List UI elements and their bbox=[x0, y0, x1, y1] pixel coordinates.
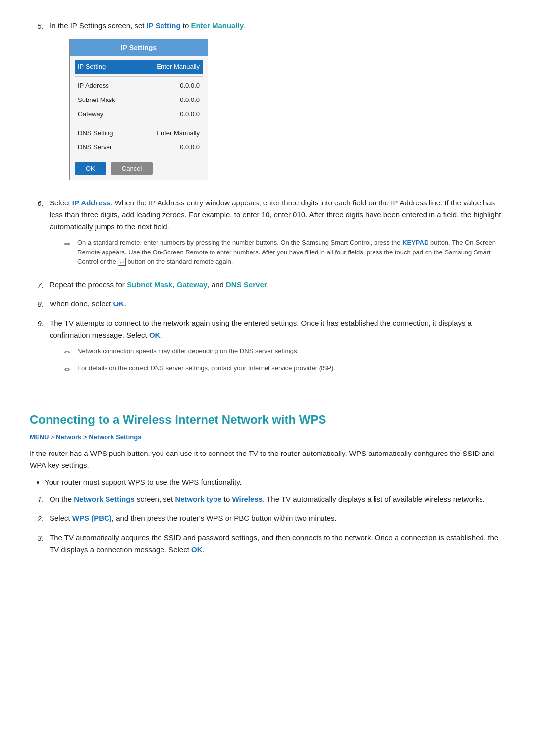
ip-row-address: IP Address 0.0.0.0 bbox=[75, 79, 203, 93]
ip-dns-setting-value: Enter Manually bbox=[157, 128, 200, 139]
wps-step-3: 3. The TV automatically acquires the SSI… bbox=[30, 532, 505, 555]
breadcrumb-menu: MENU bbox=[30, 433, 49, 441]
step-8: 8. When done, select OK. bbox=[30, 298, 505, 310]
wps-bullet-1: Your router must support WPS to use the … bbox=[45, 476, 505, 488]
ip-setting-label: IP Setting bbox=[78, 62, 106, 72]
wps-bullets: Your router must support WPS to use the … bbox=[45, 476, 505, 488]
ip-settings-dialog: IP Settings IP Setting Enter Manually IP… bbox=[69, 39, 208, 180]
step-7-content: Repeat the process for Subnet Mask, Gate… bbox=[50, 279, 505, 291]
gateway-link: Gateway bbox=[177, 280, 208, 289]
ip-address-value: 0.0.0.0 bbox=[180, 81, 200, 91]
wps-step-2: 2. Select WPS (PBC), and then press the … bbox=[30, 512, 505, 525]
step-9-note-2-text: For details on the correct DNS server se… bbox=[77, 363, 505, 376]
step-8-content: When done, select OK. bbox=[50, 298, 505, 310]
pencil-icon-1: ✏ bbox=[64, 347, 73, 358]
network-type-link: Network type bbox=[175, 495, 221, 503]
enter-manually-link: Enter Manually bbox=[191, 21, 244, 30]
breadcrumb-sep2: > bbox=[81, 433, 89, 441]
ip-subnet-label: Subnet Mask bbox=[78, 95, 115, 105]
ip-row-dns-server: DNS Server 0.0.0.0 bbox=[75, 140, 203, 154]
step-6-note: ✏ On a standard remote, enter numbers by… bbox=[64, 238, 505, 267]
step-5: 5. In the IP Settings screen, set IP Set… bbox=[30, 20, 505, 190]
ip-buttons: OK Cancel bbox=[70, 159, 208, 180]
ip-address-label: IP Address bbox=[78, 81, 109, 91]
step-7-number: 7. bbox=[30, 279, 44, 291]
ip-subnet-value: 0.0.0.0 bbox=[180, 95, 200, 105]
step-6-text: Select bbox=[50, 199, 72, 207]
ip-gateway-label: Gateway bbox=[78, 109, 103, 120]
wps-step-1-content: On the Network Settings screen, set Netw… bbox=[50, 493, 505, 505]
breadcrumb-sep1: > bbox=[49, 433, 56, 441]
step-9-notes: ✏ Network connection speeds may differ d… bbox=[64, 346, 505, 376]
cancel-button[interactable]: Cancel bbox=[111, 162, 153, 175]
step-6-content: Select IP Address. When the IP Address e… bbox=[50, 197, 505, 272]
ip-address-link: IP Address bbox=[72, 199, 111, 207]
step-7: 7. Repeat the process for Subnet Mask, G… bbox=[30, 279, 505, 291]
return-icon: ↵ bbox=[118, 258, 125, 266]
wireless-link: Wireless bbox=[232, 495, 263, 503]
ip-row-dns-setting: DNS Setting Enter Manually bbox=[75, 126, 203, 141]
wps-step-3-ok-link: OK bbox=[191, 545, 203, 554]
ip-dns-server-value: 0.0.0.0 bbox=[180, 142, 200, 152]
step-9-note-1: ✏ Network connection speeds may differ d… bbox=[64, 346, 505, 358]
step-6-number: 6. bbox=[30, 197, 44, 272]
wps-step-2-content: Select WPS (PBC), and then press the rou… bbox=[50, 512, 505, 525]
wps-step-3-number: 3. bbox=[30, 532, 44, 555]
step-8-number: 8. bbox=[30, 298, 44, 310]
network-settings-link: Network Settings bbox=[74, 495, 135, 503]
wps-pbc-link: WPS (PBC) bbox=[72, 514, 112, 522]
step-9-ok-link: OK bbox=[149, 331, 160, 339]
ip-row-subnet: Subnet Mask 0.0.0.0 bbox=[75, 93, 203, 107]
step-6-notes: ✏ On a standard remote, enter numbers by… bbox=[64, 238, 505, 267]
subnet-link: Subnet Mask bbox=[127, 280, 173, 289]
ip-dns-server-label: DNS Server bbox=[78, 142, 112, 152]
step-6-note-text: On a standard remote, enter numbers by p… bbox=[77, 238, 505, 267]
step-9-content: The TV attempts to connect to the networ… bbox=[50, 317, 505, 381]
step-6: 6. Select IP Address. When the IP Addres… bbox=[30, 197, 505, 272]
breadcrumb-network: Network bbox=[56, 433, 81, 441]
breadcrumb: MENU > Network > Network Settings bbox=[30, 432, 505, 443]
pencil-icon: ✏ bbox=[64, 238, 73, 267]
step-5-content: In the IP Settings screen, set IP Settin… bbox=[50, 20, 505, 190]
ip-setting-link: IP Setting bbox=[147, 21, 181, 30]
ip-row-setting[interactable]: IP Setting Enter Manually bbox=[75, 60, 203, 74]
wps-step-1: 1. On the Network Settings screen, set N… bbox=[30, 493, 505, 505]
step-5-text-mid: to bbox=[181, 21, 191, 30]
step-6-text2: . When the IP Address entry window appea… bbox=[50, 199, 501, 231]
ip-row-gateway: Gateway 0.0.0.0 bbox=[75, 107, 203, 122]
wps-step-2-number: 2. bbox=[30, 512, 44, 525]
step-9-note-2: ✏ For details on the correct DNS server … bbox=[64, 363, 505, 376]
step-5-text-after: . bbox=[244, 21, 246, 30]
ip-setting-value: Enter Manually bbox=[157, 62, 200, 72]
step-9: 9. The TV attempts to connect to the net… bbox=[30, 317, 505, 381]
ip-gateway-value: 0.0.0.0 bbox=[180, 109, 200, 120]
step-5-text-before: In the IP Settings screen, set bbox=[50, 21, 147, 30]
breadcrumb-network-settings: Network Settings bbox=[89, 433, 141, 441]
step-9-note-1-text: Network connection speeds may differ dep… bbox=[77, 346, 505, 358]
ip-settings-body: IP Setting Enter Manually IP Address 0.0… bbox=[70, 56, 208, 159]
ip-settings-title: IP Settings bbox=[70, 39, 208, 56]
ok-button[interactable]: OK bbox=[75, 162, 106, 175]
step-5-number: 5. bbox=[30, 20, 44, 190]
dns-server-link: DNS Server bbox=[226, 280, 267, 289]
step-9-number: 9. bbox=[30, 317, 44, 381]
section-heading: Connecting to a Wireless Internet Networ… bbox=[30, 410, 505, 429]
ok-link: OK bbox=[113, 300, 124, 308]
ip-dns-setting-label: DNS Setting bbox=[78, 128, 113, 139]
section-intro: If the router has a WPS push button, you… bbox=[30, 448, 505, 471]
wps-step-3-content: The TV automatically acquires the SSID a… bbox=[50, 532, 505, 555]
pencil-icon-2: ✏ bbox=[64, 364, 73, 376]
wps-step-1-number: 1. bbox=[30, 493, 44, 505]
